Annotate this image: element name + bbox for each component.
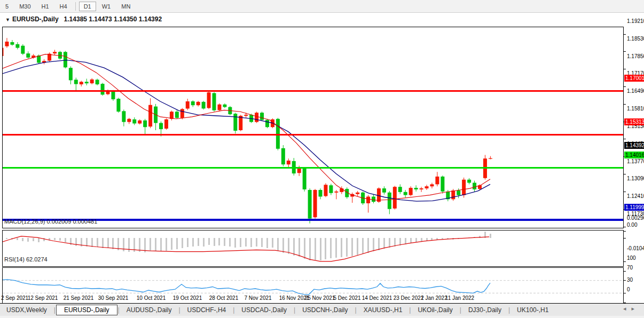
chart-tab-ukoil-daily[interactable]: UKOil-,Daily (411, 305, 459, 315)
tab-scroll-arrows: ◂▸ (623, 305, 640, 312)
timeframe-button-5[interactable]: 5 (1, 2, 13, 11)
chart-tab-usdx-weekly[interactable]: USDX,Weekly (0, 305, 53, 315)
chart-tabs-bar: USDX,Weekly|EURUSD-,Daily|AUDUSD-,Daily|… (0, 304, 644, 316)
toolbar-separator (75, 2, 76, 11)
chart-tab-dj30-daily[interactable]: DJ30-,Daily (462, 305, 508, 315)
timeframe-toolbar: 5M30H1H4D1W1MN (0, 0, 644, 13)
chart-tab-audusd-daily[interactable]: AUDUSD-,Daily (120, 305, 178, 315)
status-strip (0, 316, 644, 318)
tab-scroll-left-icon[interactable]: ◂ (623, 305, 632, 312)
chart-tab-uk100-h1[interactable]: UK100-,H1 (511, 305, 555, 315)
chart-tab-eurusd-daily[interactable]: EURUSD-,Daily (56, 305, 117, 315)
chart-tab-xauusd-h1[interactable]: XAUUSD-,H1 (357, 305, 409, 315)
timeframe-button-h4[interactable]: H4 (55, 2, 72, 11)
timeframe-button-m30[interactable]: M30 (14, 2, 35, 11)
tab-scroll-right-icon[interactable]: ▸ (631, 305, 640, 312)
timeframe-button-mn[interactable]: MN (116, 2, 135, 11)
timeframe-button-h1[interactable]: H1 (37, 2, 54, 11)
chart-tab-usdcad-daily[interactable]: USDCAD-,Daily (235, 305, 293, 315)
chart-tab-usdcnh-daily[interactable]: USDCNH-,Daily (296, 305, 354, 315)
timeframe-button-d1[interactable]: D1 (79, 2, 96, 11)
chart-window[interactable] (0, 13, 644, 303)
price-chart-canvas[interactable] (0, 13, 644, 317)
chart-tab-usdchf-h4[interactable]: USDCHF-,H4 (181, 305, 233, 315)
timeframe-button-w1[interactable]: W1 (97, 2, 116, 11)
